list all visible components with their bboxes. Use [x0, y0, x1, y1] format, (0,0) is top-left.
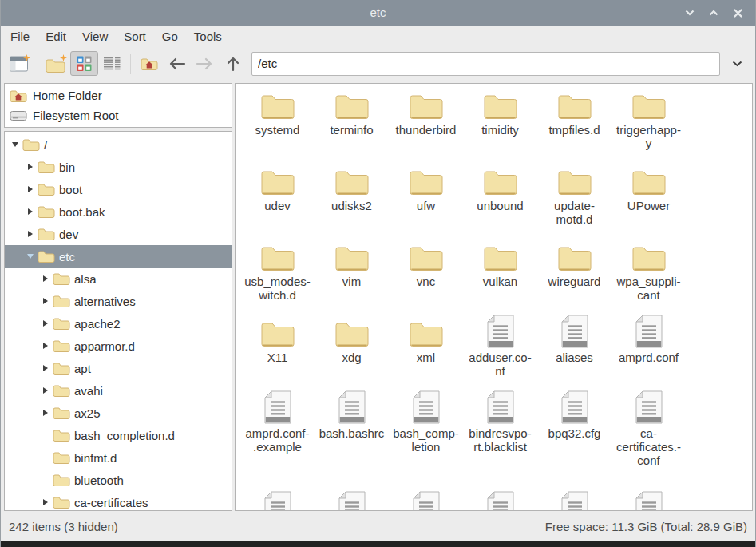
- expander-icon[interactable]: [23, 227, 38, 241]
- menu-item-go[interactable]: Go: [154, 26, 186, 46]
- menu-item-view[interactable]: View: [74, 26, 116, 46]
- file-item-partial[interactable]: [612, 491, 686, 511]
- close-button[interactable]: [728, 3, 747, 22]
- forward-button[interactable]: [191, 51, 219, 76]
- file-item-partial[interactable]: [240, 491, 315, 511]
- menu-item-file[interactable]: File: [2, 26, 38, 46]
- expander-icon[interactable]: [38, 361, 53, 375]
- folder-icon: [483, 90, 518, 121]
- folder-item-xdg[interactable]: xdg: [315, 315, 389, 378]
- place-item-home-folder[interactable]: Home Folder: [5, 85, 232, 105]
- icon-view-button[interactable]: [70, 51, 98, 76]
- folder-item-vim[interactable]: vim: [315, 239, 389, 302]
- folder-item-timidity[interactable]: timidity: [463, 87, 537, 150]
- place-item-filesystem-root[interactable]: Filesystem Root: [5, 105, 232, 125]
- folder-item-wpa-suppli-cant[interactable]: wpa_suppli- cant: [612, 239, 686, 302]
- file-item-adduser-co-nf[interactable]: adduser.co- nf: [463, 315, 537, 378]
- minimize-button[interactable]: [680, 3, 699, 22]
- folder-item-ufw[interactable]: ufw: [389, 163, 463, 226]
- tree-item-boot[interactable]: boot: [5, 178, 232, 200]
- tree-item-boot-bak[interactable]: boot.bak: [5, 200, 232, 223]
- back-button[interactable]: [163, 51, 191, 76]
- file-item-aliases[interactable]: aliases: [537, 315, 612, 378]
- tree-item-bash-completion-d[interactable]: bash_completion.d: [5, 424, 232, 446]
- file-item-ca-certificates-conf[interactable]: ca- certificates.- conf: [612, 390, 686, 467]
- folder-item-triggerhapp-y[interactable]: triggerhapp- y: [612, 87, 686, 150]
- file-item-partial[interactable]: [463, 491, 537, 511]
- folder-item-update-motd-d[interactable]: update- motd.d: [537, 163, 612, 226]
- file-item-bpq32-cfg[interactable]: bpq32.cfg: [537, 390, 612, 467]
- file-item-amprd-conf[interactable]: amprd.conf: [612, 315, 686, 378]
- expander-icon[interactable]: [38, 316, 53, 331]
- expander-icon[interactable]: [38, 495, 53, 509]
- new-folder-icon: [46, 54, 68, 73]
- menu-item-edit[interactable]: Edit: [38, 26, 74, 46]
- file-item-bindresvpo-rt-blacklist[interactable]: bindresvpo- rt.blacklist: [463, 390, 537, 467]
- file-item-bash-comp-letion[interactable]: bash_comp- letion: [389, 390, 463, 467]
- up-button[interactable]: [219, 51, 247, 76]
- file-item-partial[interactable]: [315, 491, 389, 511]
- folder-item-systemd[interactable]: systemd: [240, 87, 315, 150]
- tree-item-etc[interactable]: etc: [5, 245, 232, 268]
- folder-item-thunderbird[interactable]: thunderbird: [389, 87, 463, 150]
- folder-item-vnc[interactable]: vnc: [389, 239, 463, 302]
- tree-item-apache2[interactable]: apache2: [5, 312, 232, 335]
- expander-icon[interactable]: [8, 137, 22, 152]
- folder-icon: [483, 166, 518, 196]
- list-view-button[interactable]: [98, 51, 126, 76]
- folder-item-xml[interactable]: xml: [389, 315, 463, 378]
- tree-item-alternatives[interactable]: alternatives: [5, 290, 232, 312]
- tree-item-apt[interactable]: apt: [5, 357, 232, 379]
- location-dropdown-button[interactable]: [725, 51, 749, 76]
- expander-icon[interactable]: [38, 294, 53, 308]
- expander-icon[interactable]: [23, 204, 38, 219]
- folder-icon: [557, 90, 592, 121]
- expander-icon[interactable]: [38, 383, 53, 398]
- tree-item-bluetooth[interactable]: bluetooth: [5, 469, 232, 491]
- tree-item-bin[interactable]: bin: [5, 156, 232, 178]
- tree-item-label: bluetooth: [74, 474, 124, 487]
- titlebar[interactable]: etc: [1, 0, 755, 26]
- folder-item-vulkan[interactable]: vulkan: [463, 239, 537, 302]
- tree-item-label: alternatives: [74, 295, 136, 308]
- folder-item-usb-modes-witch-d[interactable]: usb_modes- witch.d: [240, 239, 315, 302]
- expander-icon[interactable]: [23, 160, 38, 174]
- bottom-edge: [1, 541, 755, 547]
- expander-icon[interactable]: [38, 406, 53, 420]
- file-item-partial[interactable]: [389, 491, 463, 511]
- file-view-panel[interactable]: systemd terminfo thunderbird timidity tm…: [235, 83, 753, 511]
- expander-icon[interactable]: [23, 182, 38, 196]
- folder-item-udev[interactable]: udev: [240, 163, 315, 226]
- home-button[interactable]: [135, 51, 163, 76]
- expander-icon[interactable]: [38, 339, 53, 353]
- folder-item-x11[interactable]: X11: [240, 315, 315, 378]
- maximize-button[interactable]: [704, 3, 723, 22]
- file-item-partial[interactable]: [537, 491, 612, 511]
- tree-item-ax25[interactable]: ax25: [5, 402, 232, 424]
- tree-item-dev[interactable]: dev: [5, 223, 232, 245]
- menu-item-tools[interactable]: Tools: [186, 26, 230, 46]
- tree-item-ca-certificates[interactable]: ca-certificates: [5, 491, 232, 511]
- tree-item-apparmor-d[interactable]: apparmor.d: [5, 335, 232, 357]
- menu-item-sort[interactable]: Sort: [116, 26, 154, 46]
- tree-item-avahi[interactable]: avahi: [5, 379, 232, 402]
- folder-item-terminfo[interactable]: terminfo: [315, 87, 389, 150]
- file-item-amprd-conf-example[interactable]: amprd.conf- .example: [240, 390, 315, 467]
- expander-icon[interactable]: [38, 272, 53, 286]
- file-item-bash-bashrc[interactable]: bash.bashrc: [315, 390, 389, 467]
- folder-item-upower[interactable]: UPower: [612, 163, 686, 226]
- folder-item-unbound[interactable]: unbound: [463, 163, 537, 226]
- path-input[interactable]: [251, 52, 720, 76]
- tree-item-root[interactable]: /: [5, 133, 232, 156]
- new-tab-button[interactable]: [6, 51, 34, 76]
- folder-item-udisks2[interactable]: udisks2: [315, 163, 389, 226]
- item-label: unbound: [477, 199, 523, 212]
- places-panel: Home Folder Filesystem Root: [4, 83, 232, 128]
- tree-item-binfmt-d[interactable]: binfmt.d: [5, 446, 232, 469]
- item-label: terminfo: [330, 123, 373, 137]
- tree-item-alsa[interactable]: alsa: [5, 268, 232, 290]
- folder-item-tmpfiles-d[interactable]: tmpfiles.d: [537, 87, 612, 150]
- folder-item-wireguard[interactable]: wireguard: [537, 239, 612, 302]
- new-folder-button[interactable]: [42, 51, 70, 76]
- expander-icon[interactable]: [23, 249, 38, 264]
